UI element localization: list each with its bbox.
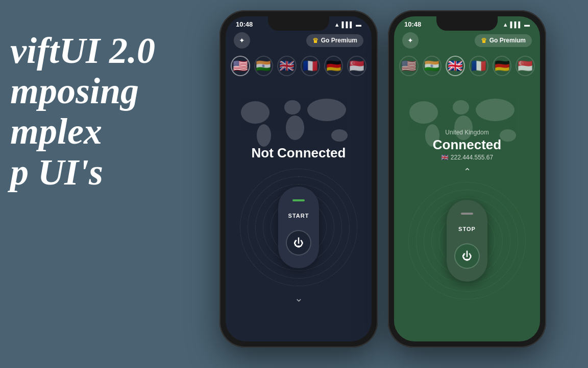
- phones-container: 10:48 ▲ ▌▌▌ ▬ ✦ ♛ Go Premium 🇺🇸: [219, 10, 546, 348]
- ripple-container-dark: START ⏻: [237, 166, 360, 289]
- left-text-block: viftUI 2.0mposingmplexp UI's: [10, 31, 209, 193]
- status-time-green: 10:48: [404, 20, 421, 28]
- notch-dark: [268, 16, 329, 31]
- wifi-icon-green: ▲: [503, 21, 508, 28]
- flag-us-green[interactable]: 🇺🇸: [399, 56, 419, 76]
- flag-de-green[interactable]: 🇩🇪: [493, 56, 512, 76]
- phone-dark: 10:48 ▲ ▌▌▌ ▬ ✦ ♛ Go Premium 🇺🇸: [219, 10, 378, 348]
- chevron-down-dark[interactable]: ⌄: [295, 292, 303, 304]
- flag-sg-dark[interactable]: 🇸🇬: [347, 56, 366, 76]
- flag-gb-green[interactable]: 🇬🇧: [446, 56, 465, 76]
- map-area-dark: Not Connected: [226, 79, 372, 161]
- status-icons-green: ▲ ▌▌▌ ▬: [503, 21, 530, 28]
- flags-row-green: 🇺🇸 🇮🇳 🇬🇧 🇫🇷 🇩🇪 🇸🇬: [394, 53, 540, 79]
- svg-point-4: [307, 99, 346, 121]
- signal-icon-green: ▌▌▌: [510, 21, 522, 28]
- settings-icon-dark: ✦: [239, 36, 245, 44]
- ripple-container-green: STOP ⏻: [406, 179, 528, 302]
- flag-sg-green[interactable]: 🇸🇬: [516, 56, 535, 76]
- wifi-icon-dark: ▲: [334, 21, 340, 28]
- stop-label-green: STOP: [458, 226, 476, 232]
- svg-point-6: [409, 101, 438, 124]
- vpn-pill-green: STOP ⏻: [447, 200, 487, 282]
- notch-green: [436, 16, 498, 31]
- power-button-green[interactable]: ⏻: [454, 243, 480, 269]
- power-icon-green: ⏻: [462, 250, 472, 262]
- flags-row-dark: 🇺🇸 🇮🇳 🇬🇧 🇫🇷 🇩🇪 🇸🇬: [226, 53, 372, 79]
- indicator-bar-dark: [292, 199, 305, 201]
- svg-point-1: [257, 124, 271, 147]
- not-connected-label: Not Connected: [226, 145, 372, 161]
- signal-icon-dark: ▌▌▌: [342, 21, 354, 28]
- svg-point-2: [284, 100, 301, 114]
- flag-gb-dark[interactable]: 🇬🇧: [277, 56, 297, 76]
- power-icon-dark: ⏻: [293, 237, 304, 249]
- ip-flag-green: 🇬🇧: [441, 154, 449, 161]
- phone-dark-screen: 10:48 ▲ ▌▌▌ ▬ ✦ ♛ Go Premium 🇺🇸: [226, 16, 372, 341]
- flag-fr-dark[interactable]: 🇫🇷: [301, 56, 320, 76]
- start-label-dark: START: [288, 213, 309, 219]
- settings-icon-green: ✦: [407, 36, 413, 44]
- app-header-green: ✦ ♛ Go Premium: [394, 30, 540, 53]
- flag-in-green[interactable]: 🇮🇳: [423, 56, 442, 76]
- svg-point-10: [476, 99, 514, 121]
- ip-text-green: 222.444.555.67: [451, 154, 493, 161]
- crown-icon-dark: ♛: [312, 37, 318, 44]
- flag-de-dark[interactable]: 🇩🇪: [324, 56, 344, 76]
- flag-fr-green[interactable]: 🇫🇷: [469, 56, 488, 76]
- not-connected-status: Not Connected: [226, 145, 372, 161]
- flag-in-dark[interactable]: 🇮🇳: [254, 56, 274, 76]
- phone-green-screen: 10:48 ▲ ▌▌▌ ▬ ✦ ♛ Go Premium 🇺🇸: [394, 16, 540, 341]
- connected-label-green: Connected: [394, 137, 540, 153]
- map-area-green: United Kingdom Connected 🇬🇧 222.444.555.…: [394, 79, 540, 161]
- power-button-dark[interactable]: ⏻: [286, 230, 311, 256]
- battery-icon-green: ▬: [524, 21, 530, 28]
- premium-button-dark[interactable]: ♛ Go Premium: [306, 34, 363, 47]
- svg-point-0: [241, 101, 270, 124]
- crown-icon-green: ♛: [481, 37, 487, 44]
- phone-green: 10:48 ▲ ▌▌▌ ▬ ✦ ♛ Go Premium 🇺🇸: [388, 10, 546, 348]
- premium-label-dark: Go Premium: [321, 37, 357, 44]
- ip-address-green: 🇬🇧 222.444.555.67: [394, 154, 540, 161]
- vpn-control-dark: START ⏻ ⌄: [226, 166, 372, 304]
- chevron-up-green[interactable]: ⌃: [463, 166, 471, 177]
- app-header-dark: ✦ ♛ Go Premium: [226, 30, 372, 53]
- svg-point-5: [331, 129, 348, 142]
- indicator-bar-green: [461, 213, 473, 215]
- premium-button-green[interactable]: ♛ Go Premium: [475, 34, 532, 47]
- title-text: viftUI 2.0mposingmplexp UI's: [10, 31, 209, 193]
- settings-button-dark[interactable]: ✦: [234, 32, 250, 49]
- premium-label-green: Go Premium: [489, 37, 526, 44]
- country-label-green: United Kingdom: [394, 129, 540, 136]
- battery-icon-dark: ▬: [356, 21, 361, 28]
- status-time-dark: 10:48: [236, 20, 253, 28]
- svg-point-8: [453, 100, 469, 114]
- status-icons-dark: ▲ ▌▌▌ ▬: [334, 21, 361, 28]
- flag-us-dark[interactable]: 🇺🇸: [231, 56, 250, 76]
- settings-button-green[interactable]: ✦: [402, 32, 419, 49]
- connected-status-overlay: United Kingdom Connected 🇬🇧 222.444.555.…: [394, 129, 540, 161]
- vpn-control-green: ⌃ STOP ⏻: [394, 166, 540, 302]
- vpn-pill-dark: START ⏻: [278, 187, 319, 268]
- svg-point-3: [286, 116, 304, 140]
